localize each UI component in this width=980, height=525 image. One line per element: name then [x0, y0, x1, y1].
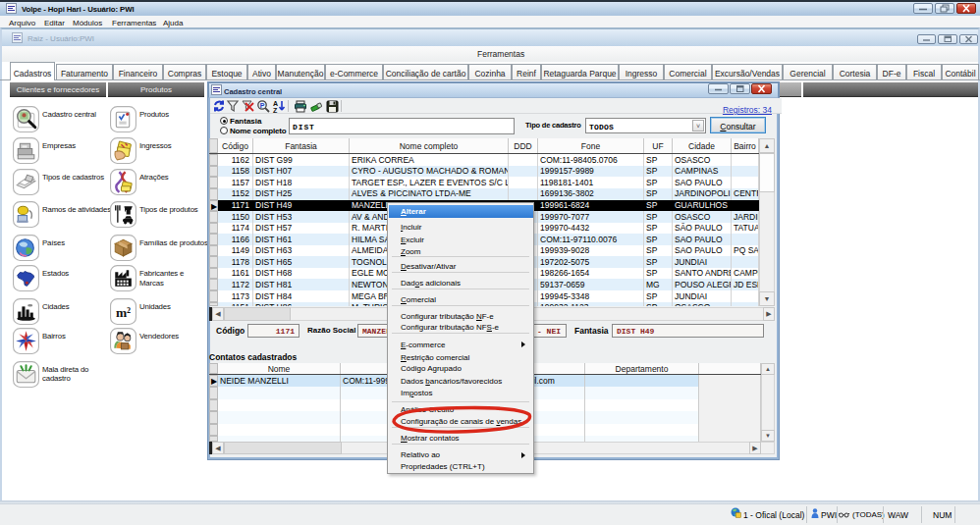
- svg-text:m²: m²: [116, 304, 131, 319]
- svg-text:A: A: [273, 100, 278, 107]
- svg-text:P: P: [260, 102, 265, 109]
- svg-text:Z: Z: [273, 107, 278, 114]
